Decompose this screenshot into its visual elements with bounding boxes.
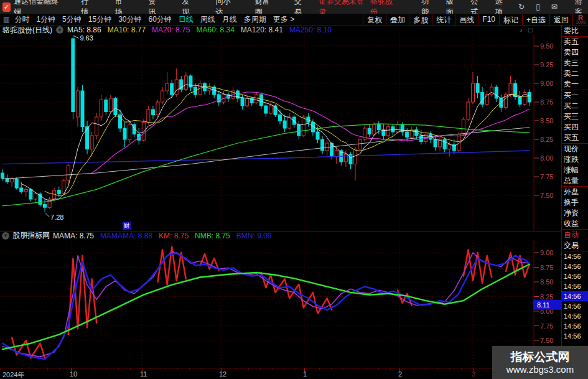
ma-legend-item: MA250: 8.10 (289, 26, 332, 34)
toolbar-action[interactable]: +自选 (522, 14, 549, 25)
quote-row[interactable]: 买一 (562, 90, 588, 101)
axis-tick (106, 368, 107, 370)
tick-row[interactable]: 14:56 (562, 331, 588, 341)
tick-row[interactable]: 14:56 (562, 251, 588, 261)
quote-row[interactable]: 卖三 (562, 58, 588, 68)
quote-row[interactable]: 收益 (562, 218, 588, 230)
quote-row[interactable]: 涨跌 (562, 154, 588, 165)
chart-corner-icons: ›□ (520, 26, 533, 34)
quote-row[interactable]: 交易 (562, 240, 588, 251)
toolbar-action[interactable]: 画线 (455, 14, 478, 25)
svg-text:9.50: 9.50 (540, 42, 553, 50)
axis-tick (35, 368, 36, 370)
svg-text:8.25: 8.25 (540, 293, 553, 301)
tick-row[interactable]: 14:56 (562, 311, 588, 321)
period-tab[interactable]: 分时 (14, 14, 29, 25)
speed-label: R (573, 15, 588, 20)
quote-row[interactable]: 净资 (562, 208, 588, 218)
refresh-icon[interactable]: ↻ (518, 2, 525, 11)
svg-text:9.00: 9.00 (540, 80, 553, 87)
tdx-terminal-window: ✓ 通达信金融终端 行情市场资讯发现问小达财富圈交易 证券交易未登录 骆驼股份 … (0, 0, 588, 379)
date-axis: 2024年101112123 (0, 368, 561, 379)
period-tab[interactable]: 多周期 (244, 14, 266, 25)
quote-row[interactable]: 换手 (562, 197, 588, 208)
quote-row[interactable]: 买三 (562, 111, 588, 122)
chevron-down-icon[interactable]: ▾ (2, 232, 9, 240)
axis-tick (284, 368, 284, 370)
chart-column: 骆驼股份(日线) ▾ MA5: 8.86MA10: 8.77MA20: 8.75… (0, 25, 561, 379)
quote-row[interactable]: 买五 (562, 133, 588, 144)
ma-legend-item: MA5: 8.86 (67, 26, 101, 34)
period-tab[interactable]: 15分钟 (88, 14, 111, 25)
axis-tick (378, 368, 379, 370)
svg-text:7.75: 7.75 (540, 322, 553, 330)
period-tab[interactable]: 月线 (222, 14, 237, 25)
quote-row[interactable]: 买四 (562, 122, 588, 133)
axis-tick (213, 368, 213, 370)
tick-row[interactable]: 14:56 (562, 301, 588, 311)
toolbar-action[interactable]: 统计 (432, 14, 455, 25)
window-icon[interactable]: □ (528, 26, 533, 34)
svg-text:8.75: 8.75 (540, 98, 553, 106)
axis-tick (83, 368, 83, 370)
quote-row[interactable]: 卖五 (562, 37, 588, 47)
toolbar-action[interactable]: F10 (478, 14, 499, 25)
indicator-chart[interactable]: 9.008.758.508.258.007.757.508.11 (0, 240, 561, 368)
quote-row[interactable]: 卖一 (562, 79, 588, 90)
quote-row[interactable]: 卖二 (562, 68, 588, 79)
quote-row[interactable]: 涨幅 (562, 165, 588, 175)
period-tab[interactable]: 30分钟 (118, 14, 141, 25)
svg-text:财: 财 (124, 222, 130, 229)
period-tab[interactable]: 日线 (179, 14, 194, 25)
svg-text:8.50: 8.50 (540, 278, 553, 286)
chevron-down-icon[interactable]: ▾ (56, 26, 63, 34)
toolbar-action[interactable]: 叠加 (386, 14, 409, 25)
layout-icon[interactable]: ▥ (3, 16, 9, 24)
quote-row[interactable]: 外盘 (562, 187, 588, 197)
svg-text:8.50: 8.50 (540, 117, 553, 124)
quote-row[interactable]: 委比 (562, 26, 588, 37)
quote-row[interactable]: 自动 (562, 230, 588, 240)
quote-row[interactable]: 总量 (562, 175, 588, 187)
axis-tick (118, 368, 119, 370)
period-tabs: 分时1分钟5分钟15分钟30分钟60分钟日线周线月线多周期更多 > (14, 14, 294, 25)
axis-tick (166, 368, 166, 370)
period-tab[interactable]: 更多 > (273, 14, 294, 25)
date-label: 11 (140, 370, 147, 378)
toolbar-action[interactable]: 返回 (549, 14, 572, 25)
axis-tick (130, 368, 131, 370)
quote-row[interactable]: 卖四 (562, 47, 588, 58)
main-candlestick-chart[interactable]: 9.509.259.008.758.508.258.007.757.509.63… (0, 34, 561, 231)
axis-tick (95, 368, 95, 370)
tick-row[interactable]: 14:56 (562, 271, 588, 281)
quote-row[interactable]: 现价 (562, 144, 588, 154)
toolbar-action[interactable]: 标记 (499, 14, 522, 25)
axis-tick (177, 368, 178, 370)
quote-row[interactable]: 买二 (562, 101, 588, 111)
next-icon[interactable]: › (520, 26, 523, 34)
period-tab[interactable]: 60分钟 (149, 14, 172, 25)
date-label: 12 (219, 370, 226, 378)
tick-list: 14:5614:5614:5614:5614:5614:5614:5614:56… (562, 251, 588, 341)
ma-legend-item: MA120: 8.41 (241, 26, 283, 34)
chart-title: 骆驼股份(日线) (2, 25, 52, 35)
ma-legend-item: MA60: 8.34 (196, 26, 234, 34)
ma-legend-item: MA20: 8.75 (152, 26, 190, 34)
mobile-icon[interactable]: ▯ (536, 2, 540, 11)
date-label: 2024年 (2, 370, 24, 379)
tick-row[interactable]: 14:56 (562, 321, 588, 331)
mail-icon[interactable]: ✉ (551, 2, 558, 11)
app-logo-icon: ✓ (2, 2, 11, 12)
svg-text:8.11: 8.11 (537, 301, 550, 309)
tick-row[interactable]: 14:56 (562, 281, 588, 291)
axis-tick (461, 368, 462, 370)
tick-row[interactable]: 14:56 (562, 261, 588, 271)
period-tab[interactable]: 5分钟 (62, 14, 82, 25)
tick-row[interactable]: 14:56 (562, 291, 588, 301)
toolbar-action[interactable]: 多股 (409, 14, 432, 25)
indicator-legend-item: MAMAMA: 8.88 (100, 232, 152, 240)
date-label: 2 (398, 370, 402, 378)
period-tab[interactable]: 周线 (200, 14, 215, 25)
toolbar-action[interactable]: 复权 (363, 14, 386, 25)
period-tab[interactable]: 1分钟 (36, 14, 55, 25)
